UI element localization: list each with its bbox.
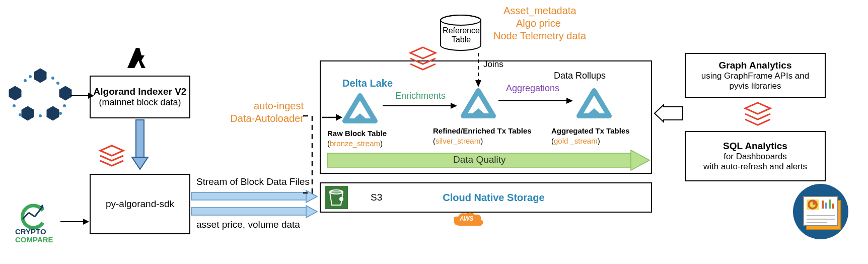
svg-marker-52 xyxy=(745,103,770,114)
svg-marker-37 xyxy=(586,108,603,116)
crypto-l2: COMPARE xyxy=(15,235,53,244)
arrow-enrich xyxy=(383,101,458,111)
joins-dashed-arrow xyxy=(473,53,483,88)
arrow-indexer-to-sdk xyxy=(130,120,150,170)
svg-point-9 xyxy=(13,104,16,107)
arrow-crypto-to-sdk xyxy=(60,217,91,227)
enrichments-label: Enrichments xyxy=(395,91,446,101)
raw-table-caption: Raw Block Table (bronze_stream) xyxy=(327,128,387,148)
svg-marker-2 xyxy=(59,86,71,100)
delta-icon-agg xyxy=(576,88,612,118)
svg-rect-59 xyxy=(825,203,827,209)
py-algorand-sdk-box: py-algorand-sdk xyxy=(90,174,190,234)
autoloader-l2: Data-Autoloader xyxy=(230,113,304,124)
databricks-icon-delta xyxy=(408,45,438,73)
raw-t1: Raw Block Table xyxy=(327,129,387,138)
stream-label-top: Stream of Block Data Files xyxy=(196,176,310,187)
cryptocompare-label: CRYPTO COMPARE xyxy=(15,228,53,244)
sql-title: SQL Analytics xyxy=(723,141,787,152)
sql-analytics-box: SQL Analytics for Dashbooards with auto-… xyxy=(685,131,826,181)
svg-marker-33 xyxy=(351,113,369,121)
svg-point-13 xyxy=(39,114,42,117)
svg-point-10 xyxy=(19,113,22,116)
svg-rect-27 xyxy=(191,208,307,215)
graph-analytics-box: Graph Analytics using GraphFrame APIs an… xyxy=(685,53,826,98)
sdk-title: py-algorand-sdk xyxy=(106,199,174,210)
svg-line-20 xyxy=(29,213,35,217)
svg-marker-24 xyxy=(83,219,89,225)
svg-marker-17 xyxy=(132,157,148,169)
raw-t3: bronze_stream xyxy=(330,139,380,148)
arrow-into-delta xyxy=(322,112,342,122)
agg-t1: Aggregated Tx Tables xyxy=(551,126,630,135)
svg-marker-41 xyxy=(566,98,573,104)
svg-rect-60 xyxy=(829,200,831,209)
svg-point-8 xyxy=(56,82,59,85)
agg-table-caption: Aggregated Tx Tables (gold _stream) xyxy=(551,126,630,146)
svg-rect-48 xyxy=(325,186,348,209)
dashboard-icon xyxy=(790,181,851,242)
svg-marker-31 xyxy=(336,114,342,121)
svg-rect-25 xyxy=(191,192,307,200)
stream-arrow-top xyxy=(191,190,317,203)
algorand-indexer-box: Algorand Indexer V2 (mainnet block data) xyxy=(90,76,190,118)
agg-t3: gold _stream xyxy=(554,137,598,145)
svg-point-5 xyxy=(24,79,27,82)
refined-t1: Refined/Enriched Tx Tables xyxy=(433,126,532,135)
agg-p2: ) xyxy=(598,137,600,145)
arrow-to-analytics xyxy=(654,105,684,122)
crypto-l1: CRYPTO xyxy=(15,227,46,236)
sql-d1: for Dashbooards xyxy=(724,152,787,162)
refined-t3: silver_stream xyxy=(436,137,480,145)
svg-point-50 xyxy=(339,197,343,201)
graph-title: Graph Analytics xyxy=(718,60,791,71)
data-rollups-label: Data Rollups xyxy=(554,71,606,81)
svg-point-7 xyxy=(51,77,54,80)
svg-marker-47 xyxy=(475,80,481,87)
delta-lake-title: Delta Lake xyxy=(342,78,393,89)
indexer-title: Algorand Indexer V2 xyxy=(94,86,187,97)
delta-icon-raw xyxy=(342,93,378,123)
arrow-aggs xyxy=(498,96,574,106)
svg-marker-15 xyxy=(88,93,94,99)
cryptocompare-icon xyxy=(18,202,48,229)
svg-marker-18 xyxy=(100,146,123,156)
asset-metadata-label: Asset_metadata xyxy=(503,5,576,17)
stream-label-bottom: asset price, volume data xyxy=(196,219,300,230)
refined-table-caption: Refined/Enriched Tx Tables (silver_strea… xyxy=(433,126,532,146)
svg-marker-39 xyxy=(451,103,457,109)
algorand-logo-icon xyxy=(123,45,149,71)
raw-p2: ) xyxy=(380,139,383,148)
aws-label: AWS xyxy=(460,215,473,222)
svg-marker-28 xyxy=(306,206,317,218)
stream-arrow-bottom xyxy=(191,206,317,218)
svg-marker-1 xyxy=(9,86,21,100)
svg-marker-0 xyxy=(34,69,46,83)
cloud-storage-box: S3 Cloud Native Storage xyxy=(320,182,652,213)
svg-rect-61 xyxy=(832,204,834,209)
node-telemetry-label: Node Telemetry data xyxy=(493,30,586,42)
svg-marker-43 xyxy=(631,150,649,170)
refined-p2: ) xyxy=(480,137,483,145)
svg-point-12 xyxy=(59,112,62,115)
svg-point-6 xyxy=(29,75,32,78)
sql-d2: with auto-refresh and alerts xyxy=(703,162,807,172)
svg-rect-16 xyxy=(136,120,144,158)
arrow-to-indexer xyxy=(70,91,96,101)
delta-icon-refined xyxy=(461,88,496,118)
svg-marker-29 xyxy=(410,47,436,58)
graph-desc: using GraphFrame APIs and pyvis librarie… xyxy=(691,71,820,91)
svg-rect-58 xyxy=(822,201,824,209)
svg-point-11 xyxy=(63,104,66,107)
svg-marker-51 xyxy=(655,105,683,122)
autoloader-label: auto-ingest Data-Autoloader xyxy=(223,100,304,125)
autoloader-l1: auto-ingest xyxy=(254,100,304,111)
svg-marker-4 xyxy=(47,106,59,120)
s3-label: S3 xyxy=(371,192,382,203)
indexer-subtitle: (mainnet block data) xyxy=(99,97,181,108)
joins-label: Joins xyxy=(483,59,503,70)
s3-bucket-icon xyxy=(325,186,348,209)
blockchain-network-icon xyxy=(5,65,76,126)
svg-marker-3 xyxy=(22,106,34,120)
algo-price-label: Algo price xyxy=(516,18,561,29)
